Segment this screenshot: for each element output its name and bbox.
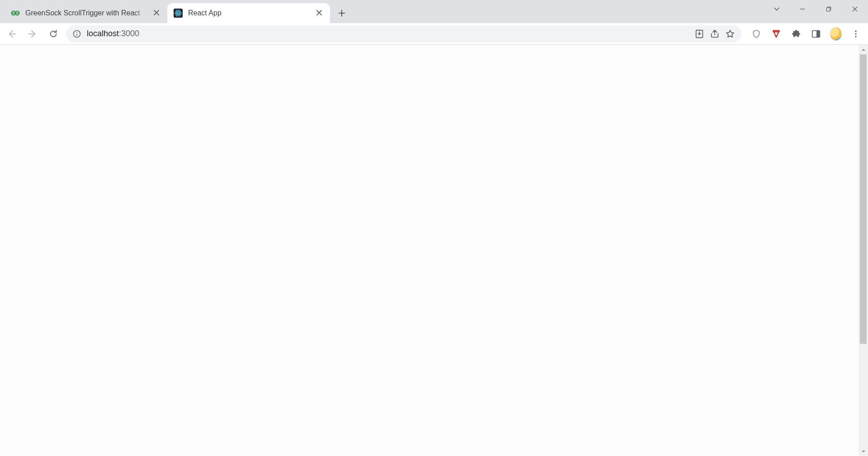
scrollbar-up-arrow-icon[interactable] bbox=[859, 45, 868, 54]
toolbar-actions bbox=[746, 28, 864, 40]
tab-strip: GreenSock ScrollTrigger with React React… bbox=[0, 0, 868, 23]
nav-back-button[interactable] bbox=[4, 26, 20, 42]
svg-rect-11 bbox=[76, 33, 77, 36]
svg-point-15 bbox=[855, 30, 856, 32]
scrollbar-down-arrow-icon[interactable] bbox=[859, 446, 868, 456]
svg-rect-8 bbox=[826, 8, 830, 11]
svg-rect-14 bbox=[816, 30, 820, 37]
react-favicon-icon bbox=[174, 9, 183, 18]
new-tab-button[interactable] bbox=[334, 5, 350, 21]
gfg-favicon-icon bbox=[11, 9, 20, 18]
extensions-puzzle-icon[interactable] bbox=[790, 28, 802, 40]
window-controls bbox=[764, 0, 868, 18]
url-host: localhost bbox=[87, 29, 119, 38]
url-port: :3000 bbox=[119, 29, 139, 38]
privacy-shield-icon[interactable] bbox=[750, 28, 762, 40]
page-viewport bbox=[0, 45, 868, 456]
bookmark-star-icon[interactable] bbox=[725, 29, 735, 39]
tab-react-app[interactable]: React App bbox=[167, 3, 330, 23]
mcafee-extension-icon[interactable] bbox=[770, 28, 782, 40]
page-scrollbar[interactable] bbox=[859, 45, 868, 456]
browser-toolbar: localhost:3000 bbox=[0, 23, 868, 45]
svg-point-16 bbox=[855, 33, 856, 34]
profile-avatar[interactable] bbox=[830, 28, 842, 40]
tab-greensock[interactable]: GreenSock ScrollTrigger with React bbox=[5, 3, 167, 23]
window-close-button[interactable] bbox=[842, 0, 868, 18]
chrome-menu-button[interactable] bbox=[850, 28, 862, 40]
address-bar[interactable]: localhost:3000 bbox=[66, 25, 741, 43]
tab-title: GreenSock ScrollTrigger with React bbox=[25, 9, 153, 17]
scrollbar-thumb[interactable] bbox=[860, 54, 867, 344]
side-panel-icon[interactable] bbox=[810, 28, 822, 40]
share-icon[interactable] bbox=[710, 29, 720, 39]
close-tab-button[interactable] bbox=[316, 9, 324, 17]
tab-search-button[interactable] bbox=[764, 0, 789, 18]
tab-title: React App bbox=[188, 9, 316, 17]
svg-point-10 bbox=[76, 32, 77, 33]
install-app-icon[interactable] bbox=[694, 29, 704, 39]
window-minimize-button[interactable] bbox=[789, 0, 816, 18]
close-tab-button[interactable] bbox=[153, 9, 161, 17]
nav-reload-button[interactable] bbox=[45, 26, 61, 42]
nav-forward-button[interactable] bbox=[24, 26, 41, 42]
svg-point-17 bbox=[855, 36, 856, 37]
window-maximize-button[interactable] bbox=[816, 0, 842, 18]
site-info-button[interactable] bbox=[72, 29, 81, 38]
svg-point-7 bbox=[178, 13, 179, 14]
svg-rect-2 bbox=[12, 13, 19, 14]
